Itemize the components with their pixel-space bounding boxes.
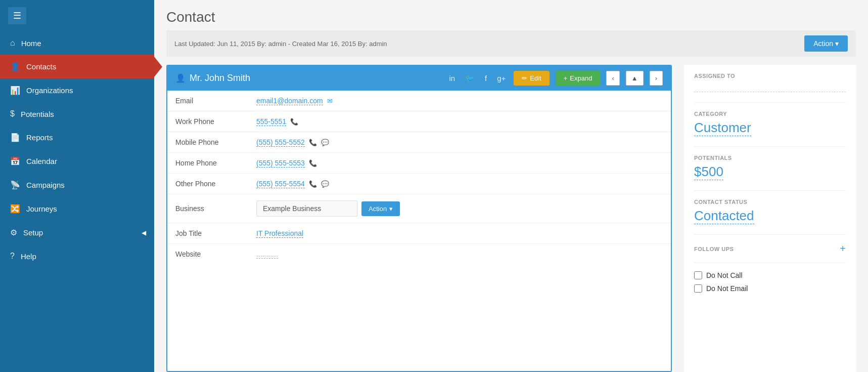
prev-button[interactable]: ‹ xyxy=(606,71,619,86)
field-value-email: email1@domain.com ✉ xyxy=(248,91,671,111)
next-button[interactable]: › xyxy=(650,71,663,86)
content-area: 👤 Mr. John Smith in 🐦 f g+ ✏ Edit + Expa… xyxy=(154,65,868,372)
sidebar-item-campaigns[interactable]: 📡 Campaigns xyxy=(0,173,154,197)
potentials-icon: $ xyxy=(10,109,15,118)
expand-button[interactable]: + Expand xyxy=(556,71,601,86)
contact-fields-table: Email email1@domain.com ✉ Work Phone 555… xyxy=(167,91,671,264)
sidebar-label-reports: Reports xyxy=(26,133,53,142)
other-sms-icon: 💬 xyxy=(321,180,329,188)
expand-icon: + xyxy=(564,74,568,82)
sidebar: ☰ ⌂ Home 👤 Contacts 📊 Organizations $ Po… xyxy=(0,0,154,372)
sidebar-item-home[interactable]: ⌂ Home xyxy=(0,31,154,55)
page-title-bar: Contact xyxy=(154,0,868,30)
page-title: Contact xyxy=(166,9,856,25)
edit-label: Edit xyxy=(530,74,541,82)
help-icon: ? xyxy=(10,252,15,261)
field-label-business: Business xyxy=(167,194,248,223)
sidebar-item-journeys[interactable]: 🔀 Journeys xyxy=(0,197,154,221)
website-value: ........... xyxy=(256,250,278,259)
sms-icon: 💬 xyxy=(321,139,329,146)
table-row: Home Phone (555) 555-5553 📞 xyxy=(167,153,671,174)
table-row: Website ........... xyxy=(167,244,671,265)
edit-icon: ✏ xyxy=(522,74,527,82)
linkedin-icon[interactable]: in xyxy=(447,73,457,84)
sidebar-label-potentials: Potentials xyxy=(21,110,54,118)
work-phone-link[interactable]: 555-5551 xyxy=(256,117,286,126)
sidebar-label-campaigns: Campaigns xyxy=(26,181,65,189)
expand-label: Expand xyxy=(570,74,592,82)
follow-ups-add-button[interactable]: + xyxy=(840,243,846,255)
email-icon: ✉ xyxy=(327,97,333,105)
assigned-to-field: ASSIGNED TO xyxy=(694,73,846,92)
sidebar-label-help: Help xyxy=(21,252,36,261)
category-field: CATEGORY Customer xyxy=(694,111,846,136)
sidebar-label-home: Home xyxy=(21,39,41,48)
hamburger-button[interactable]: ☰ xyxy=(8,7,26,24)
up-button[interactable]: ▲ xyxy=(626,71,644,86)
mobile-phone-link[interactable]: (555) 555-5552 xyxy=(256,138,305,147)
setup-icon: ⚙ xyxy=(10,228,17,237)
business-name: Example Business xyxy=(256,200,357,217)
contact-status-value: Contacted xyxy=(694,208,754,224)
email-link[interactable]: email1@domain.com xyxy=(256,97,323,105)
do-not-email-label: Do Not Email xyxy=(706,284,748,293)
table-row: Mobile Phone (555) 555-5552 📞 💬 xyxy=(167,132,671,153)
follow-ups-label: FOLLOW UPS xyxy=(694,246,734,252)
sidebar-item-potentials[interactable]: $ Potentials xyxy=(0,102,154,126)
table-row: Other Phone (555) 555-5554 📞 💬 xyxy=(167,174,671,194)
other-phone-icon: 📞 xyxy=(309,180,317,188)
field-label-work-phone: Work Phone xyxy=(167,111,248,132)
right-panel: ASSIGNED TO CATEGORY Customer POTENTIALS… xyxy=(684,65,856,372)
sidebar-header: ☰ xyxy=(0,0,154,31)
category-label: CATEGORY xyxy=(694,111,846,117)
chevron-down-icon: ▾ xyxy=(389,205,393,213)
contact-card: 👤 Mr. John Smith in 🐦 f g+ ✏ Edit + Expa… xyxy=(166,65,672,372)
sidebar-label-calendar: Calendar xyxy=(26,157,57,166)
do-not-email-checkbox[interactable] xyxy=(694,284,702,293)
sidebar-item-reports[interactable]: 📄 Reports xyxy=(0,126,154,149)
twitter-icon[interactable]: 🐦 xyxy=(463,73,477,84)
sidebar-item-help[interactable]: ? Help xyxy=(0,244,154,268)
contact-header: 👤 Mr. John Smith in 🐦 f g+ ✏ Edit + Expa… xyxy=(167,66,671,91)
field-value-work-phone: 555-5551 📞 xyxy=(248,111,671,132)
follow-ups-row: FOLLOW UPS + xyxy=(694,243,846,255)
action-button-top[interactable]: Action ▾ xyxy=(804,35,848,52)
sidebar-item-setup[interactable]: ⚙ Setup ◀ xyxy=(0,221,154,244)
calendar-icon: 📅 xyxy=(10,156,20,166)
sidebar-label-organizations: Organizations xyxy=(26,86,73,95)
edit-button[interactable]: ✏ Edit xyxy=(514,71,549,86)
table-row: Job Title IT Professional xyxy=(167,223,671,244)
campaigns-icon: 📡 xyxy=(10,180,20,190)
google-icon[interactable]: g+ xyxy=(495,73,508,84)
home-phone-link[interactable]: (555) 555-5553 xyxy=(256,159,305,168)
field-label-other-phone: Other Phone xyxy=(167,174,248,194)
other-phone-link[interactable]: (555) 555-5554 xyxy=(256,180,305,188)
do-not-call-checkbox[interactable] xyxy=(694,271,702,279)
category-value: Customer xyxy=(694,120,751,136)
assigned-to-label: ASSIGNED TO xyxy=(694,73,846,79)
potentials-label: POTENTIALS xyxy=(694,155,846,161)
potentials-value: $500 xyxy=(694,164,723,180)
field-label-home-phone: Home Phone xyxy=(167,153,248,174)
field-value-other-phone: (555) 555-5554 📞 💬 xyxy=(248,174,671,194)
business-action-button[interactable]: Action ▾ xyxy=(361,201,400,216)
sidebar-label-contacts: Contacts xyxy=(26,62,56,71)
sidebar-item-organizations[interactable]: 📊 Organizations xyxy=(0,78,154,102)
sidebar-item-contacts[interactable]: 👤 Contacts xyxy=(0,55,154,78)
home-icon: ⌂ xyxy=(10,38,15,48)
reports-icon: 📄 xyxy=(10,133,20,142)
field-label-mobile-phone: Mobile Phone xyxy=(167,132,248,153)
table-row: Work Phone 555-5551 📞 xyxy=(167,111,671,132)
contact-status-field: CONTACT STATUS Contacted xyxy=(694,199,846,224)
field-value-website: ........... xyxy=(248,244,671,265)
do-not-call-label: Do Not Call xyxy=(706,271,743,279)
field-value-mobile-phone: (555) 555-5552 📞 💬 xyxy=(248,132,671,153)
facebook-icon[interactable]: f xyxy=(483,73,489,84)
setup-arrow-icon: ◀ xyxy=(142,229,146,236)
table-row: Business Example Business Action ▾ xyxy=(167,194,671,223)
contact-status-label: CONTACT STATUS xyxy=(694,199,846,205)
field-value-home-phone: (555) 555-5553 📞 xyxy=(248,153,671,174)
sidebar-item-calendar[interactable]: 📅 Calendar xyxy=(0,149,154,173)
job-title-link[interactable]: IT Professional xyxy=(256,229,303,238)
main-content: Contact Last Updated: Jun 11, 2015 By: a… xyxy=(154,0,868,372)
